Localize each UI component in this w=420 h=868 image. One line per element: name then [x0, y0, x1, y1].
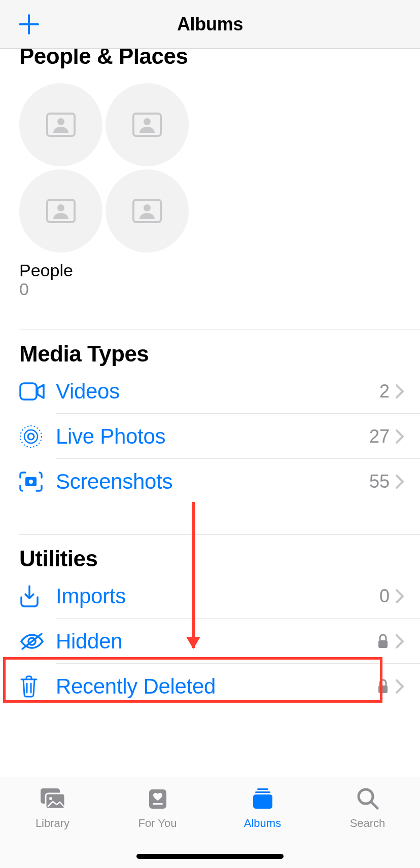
- tab-label: Search: [350, 817, 386, 830]
- list-item-imports[interactable]: Imports 0: [0, 573, 420, 619]
- media-types-list: Videos 2 Live Photos 27 Screenshots 55: [0, 369, 420, 504]
- tab-label: Library: [36, 817, 69, 830]
- chevron-right-icon: [396, 429, 404, 444]
- person-placeholder-icon: [132, 199, 162, 223]
- svg-rect-8: [20, 383, 37, 400]
- imports-icon: [19, 585, 40, 607]
- add-button[interactable]: [15, 0, 43, 49]
- person-placeholder-icon: [46, 113, 76, 137]
- svg-point-13: [29, 480, 33, 484]
- svg-point-1: [57, 118, 64, 125]
- library-icon: [39, 786, 67, 811]
- chevron-right-icon: [396, 589, 404, 603]
- list-item-screenshots[interactable]: Screenshots 55: [0, 459, 420, 504]
- person-placeholder-icon: [46, 199, 76, 223]
- svg-point-11: [20, 426, 42, 447]
- people-album-count: 0: [0, 279, 420, 299]
- nav-bar: Albums: [0, 0, 420, 49]
- list-item-label: Videos: [56, 379, 379, 404]
- list-item-label: Hidden: [56, 629, 377, 654]
- lock-icon: [377, 679, 389, 694]
- hidden-icon: [19, 632, 45, 651]
- albums-content: People & Places People 0 Media Types Vid…: [0, 49, 420, 868]
- list-item-label: Screenshots: [56, 469, 369, 494]
- svg-line-27: [371, 802, 377, 808]
- lock-icon: [377, 634, 389, 649]
- divider: [19, 534, 420, 535]
- svg-rect-22: [153, 803, 163, 805]
- svg-rect-24: [255, 791, 270, 793]
- tab-label: Albums: [244, 817, 281, 830]
- for-you-icon: [147, 786, 168, 811]
- tab-search[interactable]: Search: [322, 784, 413, 868]
- people-face-placeholder: [19, 169, 102, 252]
- list-item-count: 55: [369, 471, 390, 492]
- person-placeholder-icon: [132, 113, 162, 137]
- svg-point-10: [24, 430, 38, 443]
- svg-rect-23: [257, 788, 268, 790]
- people-album[interactable]: [19, 83, 189, 252]
- divider: [19, 330, 420, 330]
- people-album-label: People: [0, 261, 420, 280]
- trash-icon: [19, 675, 39, 698]
- chevron-right-icon: [396, 384, 404, 399]
- section-title-media-types: Media Types: [0, 341, 420, 367]
- people-face-placeholder: [106, 169, 189, 252]
- list-item-videos[interactable]: Videos 2: [0, 369, 420, 414]
- list-item-count: 0: [379, 586, 390, 607]
- screenshots-icon: [19, 472, 43, 492]
- people-face-placeholder: [19, 83, 102, 166]
- live-photos-icon: [19, 425, 43, 448]
- svg-line-15: [22, 634, 42, 649]
- list-item-label: Recently Deleted: [56, 674, 377, 699]
- svg-point-20: [49, 797, 52, 800]
- search-icon: [356, 787, 379, 810]
- home-indicator[interactable]: [136, 854, 284, 859]
- section-title-utilities: Utilities: [0, 546, 420, 571]
- list-item-label: Imports: [56, 584, 379, 608]
- list-item-hidden[interactable]: Hidden: [0, 619, 420, 664]
- svg-point-3: [144, 118, 151, 125]
- chevron-right-icon: [396, 679, 404, 694]
- tab-library[interactable]: Library: [7, 784, 98, 868]
- tab-label: For You: [138, 817, 177, 830]
- annotation-arrow: [192, 502, 195, 648]
- svg-point-5: [57, 204, 64, 211]
- svg-rect-16: [378, 640, 388, 648]
- svg-rect-17: [378, 685, 388, 693]
- chevron-right-icon: [396, 475, 404, 489]
- nav-title: Albums: [177, 14, 243, 35]
- list-item-recently-deleted[interactable]: Recently Deleted: [0, 664, 420, 709]
- list-item-count: 2: [379, 381, 390, 402]
- svg-point-7: [144, 204, 151, 211]
- list-item-live-photos[interactable]: Live Photos 27: [0, 414, 420, 459]
- albums-icon: [251, 786, 274, 811]
- svg-rect-25: [253, 794, 272, 809]
- video-icon: [19, 382, 45, 401]
- chevron-right-icon: [396, 634, 404, 648]
- plus-icon: [18, 13, 40, 35]
- utilities-list: Imports 0 Hidden Recently Deleted: [0, 573, 420, 709]
- people-face-placeholder: [106, 83, 189, 166]
- svg-point-9: [28, 433, 34, 440]
- list-item-label: Live Photos: [56, 424, 369, 449]
- list-item-count: 27: [369, 426, 390, 447]
